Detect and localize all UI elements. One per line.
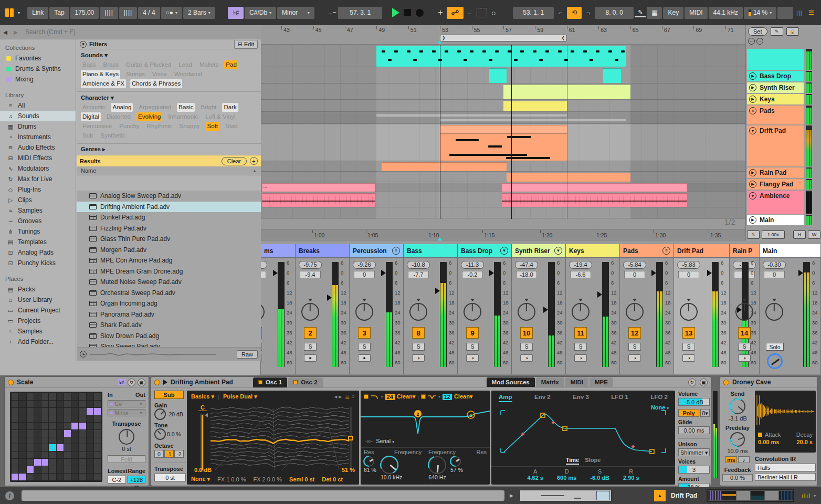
- scale-grid-cell[interactable]: [12, 474, 18, 480]
- scale-grid-cell[interactable]: [71, 415, 78, 422]
- filter2-circuit[interactable]: Clean▾: [454, 393, 473, 400]
- sidebar-places-item[interactable]: ≈Samples: [0, 326, 76, 337]
- link-button[interactable]: Link: [27, 7, 48, 19]
- pan-knob[interactable]: [261, 303, 265, 321]
- send-knob[interactable]: [730, 398, 745, 414]
- scale-grid-cell[interactable]: [49, 430, 56, 437]
- filter-tag[interactable]: Guitar & Plucked: [124, 60, 173, 69]
- ableton-logo[interactable]: [5, 8, 14, 17]
- track-header[interactable]: ▶Keys: [747, 94, 804, 104]
- arrangement-clip[interactable]: ...: [262, 183, 375, 192]
- scale-name-menu[interactable]: Minor▾: [277, 7, 314, 19]
- filter-tag[interactable]: Strings: [124, 70, 146, 79]
- sidebar-library-item[interactable]: ∿Modulators: [0, 163, 76, 174]
- poly-button[interactable]: Poly: [678, 409, 699, 417]
- pan-knob[interactable]: [464, 303, 481, 321]
- mixer-track-name[interactable]: Drift Pad: [674, 244, 729, 258]
- scale-grid-cell[interactable]: [12, 466, 18, 473]
- scale-grid-cell[interactable]: [64, 393, 71, 400]
- scale-grid-cell[interactable]: [34, 452, 41, 458]
- filter-tag[interactable]: Bright: [199, 103, 218, 112]
- result-item[interactable]: Drifting Ambient Pad.adv: [77, 202, 261, 213]
- sidebar-library-item[interactable]: ⋔Tunings: [0, 226, 76, 237]
- scale-grid-cell[interactable]: [79, 393, 86, 400]
- osc-gain-slider[interactable]: [201, 414, 204, 471]
- f2-freq-value[interactable]: 640 Hz: [428, 474, 446, 480]
- scale-grid-cell[interactable]: [87, 430, 93, 437]
- mixer-track-name[interactable]: Pads≡: [620, 244, 673, 258]
- scale-grid-cell[interactable]: [87, 452, 93, 458]
- hot-swap-icon[interactable]: ↻: [128, 379, 135, 386]
- fold-icon[interactable]: ▼: [500, 247, 508, 255]
- scale-grid-cell[interactable]: [34, 437, 41, 444]
- overview-expand-icon[interactable]: ▶: [510, 493, 513, 498]
- tone-value[interactable]: 0.0 %: [167, 431, 181, 437]
- env-time-tab[interactable]: Time: [566, 457, 579, 465]
- scale-grid-cell[interactable]: [49, 415, 56, 422]
- lowest-value[interactable]: C-2: [108, 476, 126, 484]
- track-header[interactable]: ▶Main: [747, 215, 804, 225]
- scale-grid-cell[interactable]: [19, 459, 26, 466]
- arrangement-position-field[interactable]: 57. 3. 1: [338, 7, 382, 19]
- scale-grid-cell[interactable]: [49, 474, 56, 480]
- arrangement-clip[interactable]: [440, 125, 567, 161]
- sidebar-library-item[interactable]: ≡All: [0, 100, 76, 111]
- loop-button[interactable]: ⟲: [567, 7, 582, 19]
- scale-grid-cell[interactable]: [64, 401, 71, 407]
- arrangement-clip[interactable]: [489, 68, 507, 83]
- peak-level[interactable]: -0.30: [763, 261, 786, 269]
- predelay-value[interactable]: 10.0 ms: [722, 448, 753, 454]
- add-filter-button[interactable]: +: [250, 157, 258, 165]
- scale-grid-cell[interactable]: [27, 459, 34, 466]
- scale-grid-cell[interactable]: [57, 466, 64, 473]
- wt-save-icon[interactable]: ▣: [700, 379, 708, 386]
- scale-grid-cell[interactable]: [27, 423, 34, 429]
- result-item[interactable]: Orchestral Sweep Pad.adv: [77, 288, 261, 299]
- scale-grid-cell[interactable]: [19, 401, 26, 407]
- info-icon[interactable]: i: [5, 491, 14, 500]
- filter-routing-select[interactable]: Serial ▾: [376, 438, 394, 444]
- scale-grid-cell[interactable]: [12, 437, 18, 444]
- track-activator-number[interactable]: 11: [574, 327, 587, 339]
- solo-button[interactable]: S: [574, 343, 587, 351]
- sidebar-places-item[interactable]: ⌂User Library: [0, 295, 76, 305]
- lowpass-icon[interactable]: [371, 394, 379, 400]
- tab-midi[interactable]: MIDI: [565, 377, 588, 387]
- scale-grid-cell[interactable]: [94, 452, 101, 458]
- sidebar-library-item[interactable]: ▦Drums: [0, 121, 76, 132]
- scale-grid-cell[interactable]: [94, 444, 101, 451]
- scale-grid-cell[interactable]: [71, 430, 78, 437]
- solo-button[interactable]: S: [738, 343, 751, 351]
- arrangement-overview[interactable]: [520, 490, 612, 501]
- scale-grid-cell[interactable]: [87, 444, 93, 451]
- env-tab-lfo1[interactable]: LFO 1: [611, 394, 628, 402]
- filter-tag[interactable]: Ambience & FX: [81, 79, 126, 88]
- loop-brace[interactable]: ❯❮: [440, 35, 567, 41]
- result-item[interactable]: MPE Dream Grain Drone.adg: [77, 266, 261, 277]
- lock-button[interactable]: 🔒: [786, 27, 799, 36]
- group-icon[interactable]: ≡: [749, 107, 756, 114]
- result-item[interactable]: MPE Con Amore Pad.adg: [77, 255, 261, 266]
- scale-grid-cell[interactable]: [64, 430, 71, 437]
- gain-knob[interactable]: [154, 408, 166, 420]
- scale-grid-cell[interactable]: [12, 452, 18, 458]
- scale-grid-cell[interactable]: [41, 408, 48, 415]
- filter-tag[interactable]: Acoustic: [81, 103, 107, 112]
- scale-grid-cell[interactable]: [71, 466, 78, 473]
- scale-grid-cell[interactable]: [41, 423, 48, 429]
- volume-fader-value[interactable]: -0.2: [462, 271, 483, 278]
- solo-button[interactable]: S: [520, 343, 533, 351]
- loop-start-field[interactable]: 53. 1. 1: [513, 7, 554, 19]
- scale-grid-cell[interactable]: [27, 430, 34, 437]
- scale-root-menu[interactable]: C#/Db▾: [245, 7, 276, 19]
- ir-category-select[interactable]: Halls: [755, 464, 816, 471]
- device-chain-thumbnails[interactable]: [707, 489, 794, 502]
- track-header[interactable]: [747, 49, 804, 70]
- prev-marker-icon[interactable]: ←: [748, 38, 755, 45]
- scale-grid-cell[interactable]: [57, 393, 64, 400]
- scale-grid-cell[interactable]: [87, 415, 93, 422]
- scale-grid-cell[interactable]: [71, 393, 78, 400]
- env-tab-lfo2[interactable]: LFO 2: [650, 394, 668, 402]
- solo-button[interactable]: S: [682, 343, 695, 351]
- peak-level[interactable]: -11.3: [461, 261, 484, 269]
